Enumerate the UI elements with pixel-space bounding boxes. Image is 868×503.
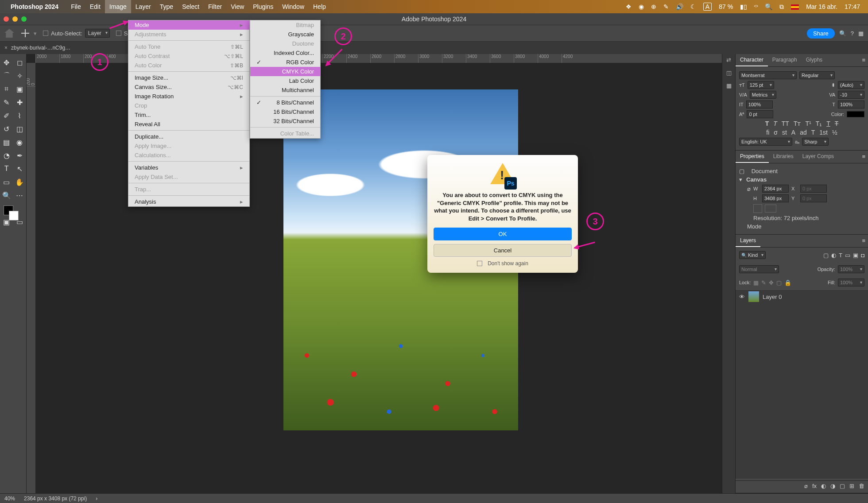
bold-button[interactable]: T: [765, 120, 769, 127]
cancel-button[interactable]: Cancel: [434, 244, 572, 257]
blur-tool-icon[interactable]: ◉: [13, 135, 27, 149]
language-select[interactable]: English: UK: [739, 138, 792, 146]
menu-filter[interactable]: Filter: [204, 0, 226, 13]
control-center-icon[interactable]: ⧉: [779, 3, 784, 11]
dodge-tool-icon[interactable]: ◔: [0, 149, 13, 162]
font-size-input[interactable]: 125 pt: [748, 81, 774, 89]
gradient-tool-icon[interactable]: ▤: [0, 135, 13, 149]
font-family-select[interactable]: Montserrat: [739, 71, 797, 79]
show-transform-checkbox[interactable]: [116, 31, 121, 36]
delete-layer-icon[interactable]: 🗑: [859, 483, 864, 489]
width-input[interactable]: 2364 px: [762, 185, 789, 193]
document-tab[interactable]: × zbynek-burival-…nC9g…: [0, 42, 75, 54]
dont-show-checkbox[interactable]: [477, 261, 482, 266]
dock-icon-1[interactable]: ⇄: [726, 57, 731, 63]
submenu-item[interactable]: 32 Bits/Channel: [250, 116, 320, 126]
menu-item[interactable]: Mode: [128, 20, 249, 30]
maximize-window-icon[interactable]: [21, 16, 27, 22]
eraser-tool-icon[interactable]: ◫: [13, 122, 27, 135]
allcaps-button[interactable]: TT: [782, 120, 789, 127]
orientation-landscape-icon[interactable]: [765, 205, 776, 213]
hscale-input[interactable]: 100%: [838, 101, 864, 108]
menu-item[interactable]: Duplicate...: [128, 132, 249, 141]
fg-bg-colors[interactable]: [0, 202, 26, 224]
search-icon[interactable]: 🔍: [765, 3, 772, 10]
shape-tool-icon[interactable]: ▭: [0, 175, 13, 189]
brush-tool-icon[interactable]: ✐: [0, 109, 13, 122]
underline-button[interactable]: T: [826, 120, 830, 127]
input-source-icon[interactable]: A: [703, 3, 712, 11]
menu-layer[interactable]: Layer: [131, 0, 155, 13]
workspace-icon[interactable]: ▦: [858, 30, 864, 37]
tab-layers[interactable]: Layers: [736, 235, 760, 247]
menu-edit[interactable]: Edit: [85, 0, 105, 13]
lock-icon[interactable]: 🔒: [784, 279, 791, 286]
zoom-tool-icon[interactable]: 🔍: [0, 189, 13, 202]
submenu-item[interactable]: CMYK Color: [250, 67, 320, 76]
filter-adjust-icon[interactable]: ◐: [831, 252, 836, 259]
mask-icon[interactable]: ◐: [821, 483, 826, 489]
tab-properties[interactable]: Properties: [736, 151, 769, 163]
history-brush-icon[interactable]: ↺: [0, 122, 13, 135]
menu-window[interactable]: Window: [278, 0, 309, 13]
menu-item[interactable]: Variables: [128, 163, 249, 172]
move-tool-icon[interactable]: ✥: [0, 56, 13, 69]
lock-pixels-icon[interactable]: ✎: [761, 279, 766, 286]
filter-kind-select[interactable]: 🔍 Kind: [739, 251, 766, 259]
menu-item[interactable]: Canvas Size...⌥⌘C: [128, 82, 249, 92]
auto-select-dropdown[interactable]: Layer: [85, 29, 110, 38]
submenu-item[interactable]: 16 Bits/Channel: [250, 107, 320, 116]
crop-tool-icon[interactable]: ⌗: [0, 82, 13, 96]
path-select-icon[interactable]: ↖: [13, 162, 27, 175]
submenu-item[interactable]: Lab Color: [250, 76, 320, 85]
menu-item[interactable]: Trim...: [128, 110, 249, 120]
fx-icon[interactable]: fx: [812, 483, 817, 489]
stamp-tool-icon[interactable]: ⌇: [13, 109, 27, 122]
status-icon-4[interactable]: ✎: [663, 3, 669, 10]
menu-file[interactable]: File: [66, 0, 85, 13]
submenu-item[interactable]: ✓8 Bits/Channel: [250, 98, 320, 107]
fill-input[interactable]: 100%: [838, 279, 864, 286]
filter-shape-icon[interactable]: ▭: [845, 252, 850, 259]
submenu-item[interactable]: Indexed Color...: [250, 48, 320, 58]
panel-menu-icon[interactable]: ≡: [859, 235, 868, 247]
status-icon-2[interactable]: ◉: [639, 3, 644, 10]
vscale-input[interactable]: 100%: [746, 101, 773, 108]
tab-libraries[interactable]: Libraries: [769, 151, 798, 163]
menu-item[interactable]: Analysis: [128, 197, 249, 206]
menu-plugins[interactable]: Plugins: [248, 0, 278, 13]
panel-menu-icon[interactable]: ≡: [859, 54, 868, 66]
dock-icon-3[interactable]: ▦: [726, 82, 732, 89]
type-tool-icon[interactable]: T: [0, 162, 13, 175]
orientation-portrait-icon[interactable]: [753, 204, 762, 213]
battery-icon[interactable]: ▮▯: [740, 3, 747, 10]
filter-pixel-icon[interactable]: ▢: [823, 252, 829, 259]
status-more-icon[interactable]: ›: [96, 495, 97, 502]
minimize-window-icon[interactable]: [12, 16, 18, 22]
canvas-disclosure-icon[interactable]: ▾: [739, 176, 744, 183]
link-layers-icon[interactable]: ⌀: [804, 483, 808, 489]
filter-smart-icon[interactable]: ▣: [853, 252, 858, 259]
menu-item[interactable]: Reveal All: [128, 120, 249, 129]
visibility-icon[interactable]: 👁: [739, 294, 745, 300]
baseline-input[interactable]: 0 pt: [747, 110, 773, 118]
menu-type[interactable]: Type: [155, 0, 178, 13]
more-tools-icon[interactable]: ⋯: [13, 189, 27, 202]
leading-input[interactable]: (Auto): [838, 81, 864, 89]
tab-character[interactable]: Character: [736, 54, 768, 66]
tab-paragraph[interactable]: Paragraph: [768, 54, 802, 66]
panel-menu-icon[interactable]: ≡: [859, 151, 868, 163]
layer-row[interactable]: 👁 Layer 0: [736, 289, 868, 304]
blend-mode-select[interactable]: Normal: [739, 265, 779, 273]
x-input[interactable]: 0 px: [800, 185, 827, 193]
tab-glyphs[interactable]: Glyphs: [802, 54, 827, 66]
font-style-select[interactable]: Regular: [799, 71, 835, 79]
dont-show-again[interactable]: Don't show again: [434, 260, 572, 267]
wifi-icon[interactable]: ⌔: [754, 3, 758, 10]
status-icon-3[interactable]: ⊕: [651, 3, 656, 10]
antialias-select[interactable]: Sharp: [802, 138, 829, 146]
submenu-item[interactable]: Multichannel: [250, 85, 320, 95]
heal-tool-icon[interactable]: ✚: [13, 96, 27, 109]
date-text[interactable]: Mar 16 abr.: [806, 3, 837, 10]
height-input[interactable]: 3408 px: [762, 194, 789, 202]
